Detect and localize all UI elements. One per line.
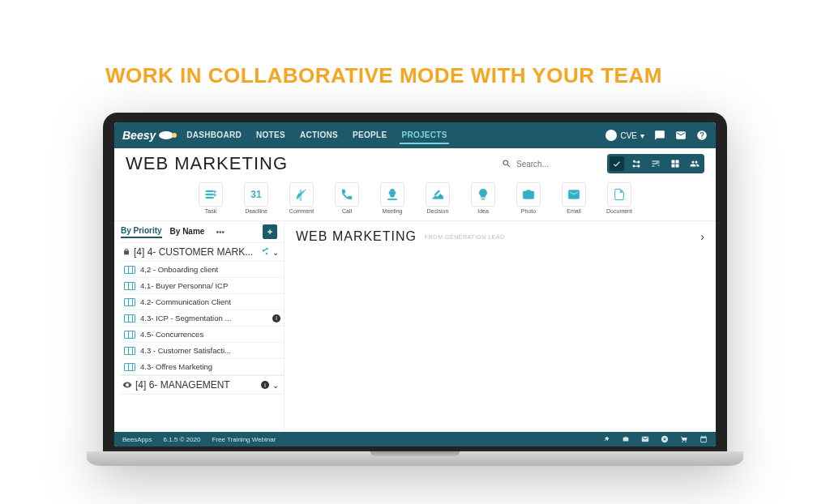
top-nav: Beesy DASHBOARD NOTES ACTIONS PEOPLE PRO… (114, 122, 716, 148)
nav-actions[interactable]: ACTIONS (298, 127, 340, 144)
brand-logo[interactable]: Beesy (122, 129, 173, 142)
search-box[interactable] (502, 159, 597, 169)
kanban-icon (124, 363, 135, 371)
laptop-frame: Beesy DASHBOARD NOTES ACTIONS PEOPLE PRO… (103, 113, 727, 466)
nav-notes[interactable]: NOTES (255, 127, 287, 144)
bee-icon (159, 131, 173, 139)
search-input[interactable] (516, 160, 597, 169)
action-call[interactable] (335, 182, 359, 207)
pin-icon[interactable] (602, 435, 610, 443)
action-task-label: Task (205, 208, 216, 214)
action-deadline-label: Deadline (245, 208, 267, 214)
page-title: WEB MARKETING (126, 153, 288, 174)
info-icon[interactable]: i (261, 381, 269, 389)
avatar-icon (605, 130, 617, 141)
item-label: 4.2- Communication Client (140, 297, 231, 306)
kanban-icon (124, 331, 135, 339)
view-grid-button[interactable] (668, 156, 682, 171)
group-management[interactable]: [4] 6- MANAGEMENT i ⌄ (121, 375, 284, 395)
action-document[interactable] (607, 182, 631, 207)
lock-icon (122, 248, 130, 256)
quick-actions: Task 31Deadline Comment Call Meeting Dec… (114, 179, 716, 220)
chevron-right-icon[interactable]: › (700, 230, 704, 243)
action-decision-label: Decision (427, 208, 449, 214)
eye-icon (122, 380, 132, 390)
briefcase-icon[interactable] (622, 435, 630, 443)
kanban-icon (124, 282, 135, 290)
action-task[interactable] (199, 182, 223, 207)
hero-title: WORK IN COLLABORATIVE MODE WITH YOUR TEA… (0, 0, 830, 113)
help-icon[interactable] (696, 130, 708, 141)
chevron-down-icon: ⌄ (272, 381, 279, 390)
nav-right: CVE ▾ (605, 130, 708, 141)
tabs-more[interactable]: ••• (212, 228, 228, 237)
list-item[interactable]: 4.1- Buyer Personna/ ICP (121, 278, 284, 294)
nav-people[interactable]: PEOPLE (351, 127, 388, 144)
chat-icon[interactable] (654, 130, 665, 141)
add-button[interactable]: ＋ (263, 224, 277, 239)
calendar-icon[interactable] (700, 435, 708, 443)
view-sliders-button[interactable] (648, 156, 663, 171)
section-title: WEB MARKETING (296, 229, 417, 244)
list-item[interactable]: 4.3- Offres Marketing (121, 359, 284, 375)
item-label: 4.3- ICP - Segmentation ... (140, 314, 231, 322)
footer-webinar-link[interactable]: Free Training Webinar (212, 436, 276, 443)
action-call-label: Call (342, 208, 352, 214)
action-photo[interactable] (516, 182, 541, 207)
sidebar: By Priority By Name ••• ＋ [4] 4- CUSTOME… (114, 221, 285, 432)
nav-links: DASHBOARD NOTES ACTIONS PEOPLE PROJECTS (185, 127, 448, 144)
action-photo-label: Photo (521, 208, 536, 214)
footer-brand: BeesApps (122, 436, 152, 443)
list-item[interactable]: 4.3 - Customer Satisfacti... (121, 343, 284, 359)
footer-bar: BeesApps 6.1.5 © 2020 Free Training Webi… (114, 432, 716, 446)
list-item[interactable]: 4.3- ICP - Segmentation ...i (121, 310, 284, 327)
action-decision[interactable] (426, 182, 450, 207)
chevron-down-icon: ⌄ (272, 248, 279, 257)
close-circle-icon[interactable] (661, 435, 669, 443)
mail-footer-icon[interactable] (641, 435, 649, 443)
group-title: [4] 6- MANAGEMENT (135, 379, 258, 391)
footer-version: 6.1.5 © 2020 (163, 436, 200, 443)
kanban-icon (124, 347, 135, 355)
section-header: WEB MARKETING FROM GÉNÉRATION LEAD › (296, 229, 704, 244)
item-label: 4.3- Offres Marketing (140, 362, 212, 371)
tab-priority[interactable]: By Priority (121, 226, 162, 238)
list-item[interactable]: 4.5- Concurrences (121, 327, 284, 343)
cart-icon[interactable] (680, 435, 688, 443)
action-email[interactable] (562, 182, 586, 207)
info-icon[interactable]: i (272, 314, 280, 322)
action-meeting-label: Meeting (383, 208, 403, 214)
group-customer-mark[interactable]: [4] 4- CUSTOMER MARK... ⌄ (121, 242, 284, 262)
search-icon (502, 159, 511, 169)
user-menu[interactable]: CVE ▾ (605, 130, 644, 141)
section-sub: FROM GÉNÉRATION LEAD (425, 234, 505, 240)
mail-icon[interactable] (675, 130, 687, 141)
kanban-icon (124, 266, 135, 274)
sidebar-tabs: By Priority By Name ••• ＋ (121, 224, 284, 242)
view-branch-button[interactable] (629, 156, 644, 171)
action-meeting[interactable] (380, 182, 404, 207)
nav-dashboard[interactable]: DASHBOARD (185, 127, 243, 144)
nav-projects[interactable]: PROJECTS (400, 127, 448, 144)
kanban-icon (124, 298, 135, 306)
view-check-button[interactable] (610, 156, 624, 171)
main-panel: WEB MARKETING FROM GÉNÉRATION LEAD › (285, 221, 716, 432)
action-email-label: Email (567, 208, 581, 214)
list-item[interactable]: 4.2- Communication Client (121, 294, 284, 310)
action-deadline[interactable]: 31 (244, 182, 268, 207)
tab-name[interactable]: By Name (170, 227, 205, 237)
item-label: 4.3 - Customer Satisfacti... (140, 346, 231, 355)
item-label: 4.1- Buyer Personna/ ICP (140, 281, 228, 290)
brand-text: Beesy (122, 129, 156, 142)
kanban-icon (124, 314, 135, 322)
caret-down-icon: ▾ (640, 131, 644, 140)
group-title: [4] 4- CUSTOMER MARK... (134, 246, 258, 258)
action-idea[interactable] (471, 182, 495, 207)
view-people-button[interactable] (687, 156, 702, 171)
share-icon[interactable] (261, 246, 269, 258)
action-idea-label: Idea (477, 208, 489, 214)
app-body: By Priority By Name ••• ＋ [4] 4- CUSTOME… (114, 220, 716, 432)
action-comment-label: Comment (289, 208, 314, 214)
action-comment[interactable] (289, 182, 314, 207)
list-item[interactable]: 4,2 - Onboarding client (121, 262, 284, 278)
